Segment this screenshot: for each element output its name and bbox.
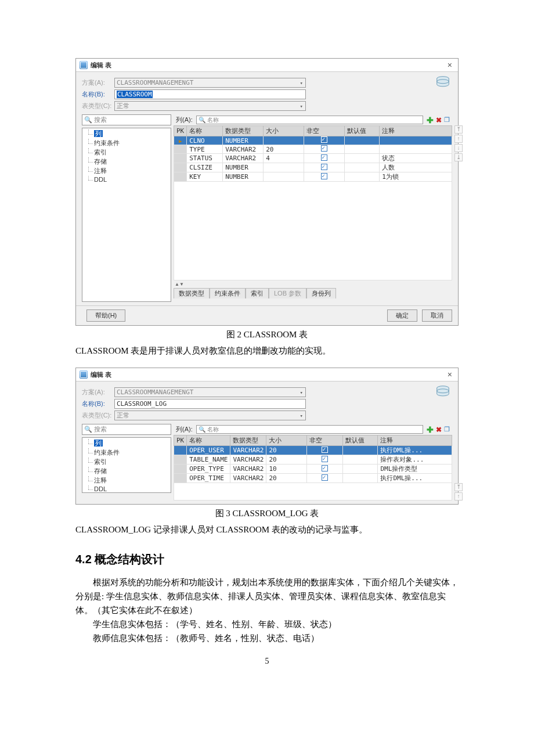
tree-item-ddl[interactable]: DDL <box>86 485 171 493</box>
dialog-title: 编辑 表 <box>91 61 445 70</box>
grid-empty-area <box>174 483 452 501</box>
table-row[interactable]: CLSIZENUMBER人数 <box>174 163 452 172</box>
name-input[interactable]: CLASSROOM <box>114 89 306 99</box>
tab-indexes[interactable]: 索引 <box>246 288 269 298</box>
notnull-checkbox[interactable] <box>321 145 327 152</box>
move-up-icon[interactable]: ↑ <box>454 492 463 501</box>
edit-table-dialog-2: 编辑 表 × 方案(A): CLASSROOMMANAGEMENGT 名称(B)… <box>75 368 459 505</box>
col-default: 默认值 <box>343 435 378 446</box>
ok-button[interactable]: 确定 <box>387 309 417 322</box>
table-row[interactable]: KEYNUMBER1为锁 <box>174 172 452 182</box>
tree-item-storage[interactable]: 存储 <box>86 157 171 167</box>
notnull-checkbox[interactable] <box>321 164 327 170</box>
tree-item-comments[interactable]: 注释 <box>86 167 171 176</box>
table-row[interactable]: TYPEVARCHAR220 <box>174 145 452 154</box>
tree-item-columns[interactable]: 列 <box>86 129 171 139</box>
col-default: 默认值 <box>345 126 380 136</box>
tab-constraints[interactable]: 约束条件 <box>210 288 246 298</box>
tabletype-select[interactable]: 正常 <box>114 411 306 420</box>
row-reorder-buttons: ⤒ ↑ ↓ ⤓ <box>454 125 463 161</box>
paragraph-2: 学生信息实体包括：（学号、姓名、性别、年龄、班级、状态） <box>75 617 459 631</box>
col-pk: PK <box>174 126 187 136</box>
category-tree[interactable]: 列 约束条件 索引 存储 注释 DDL <box>82 128 171 302</box>
dialog-title: 编辑 表 <box>91 370 445 379</box>
tab-datatype[interactable]: 数据类型 <box>174 288 210 298</box>
notnull-checkbox[interactable] <box>322 465 328 471</box>
table-row[interactable]: TABLE_NAMEVARCHAR220操作表对象... <box>174 455 452 465</box>
notnull-checkbox[interactable] <box>321 173 327 179</box>
app-icon <box>80 370 88 379</box>
tree-item-ddl[interactable]: DDL <box>86 176 171 183</box>
close-icon[interactable]: × <box>445 60 454 70</box>
tree-search-input[interactable]: 🔍 搜索 <box>82 424 171 435</box>
tabletype-label: 表类型(C): <box>82 411 114 420</box>
notnull-checkbox[interactable] <box>322 474 328 481</box>
section-heading: 4.2 概念结构设计 <box>75 552 459 567</box>
figure-caption-1: 图 2 CLASSROOM 表 <box>75 329 459 340</box>
columns-search-input[interactable]: 🔍 名称 <box>196 425 423 434</box>
col-notnull: 非空 <box>307 435 343 446</box>
table-row[interactable]: OPER_TIMEVARCHAR220执行DML操... <box>174 474 452 483</box>
copy-column-icon[interactable]: ❐ <box>444 116 450 124</box>
columns-label: 列(A): <box>176 116 193 124</box>
paragraph-1: 根据对系统的功能分析和功能设计，规划出本系统使用的数据库实体，下面介绍几个关键实… <box>75 575 459 617</box>
col-size: 大小 <box>266 435 307 446</box>
search-icon: 🔍 <box>84 116 92 124</box>
database-icon <box>435 385 451 399</box>
page-number: 5 <box>75 657 459 666</box>
delete-column-icon[interactable]: ✖ <box>436 426 442 434</box>
table-row[interactable]: OPER_TYPEVARCHAR210DML操作类型 <box>174 465 452 474</box>
tree-item-indexes[interactable]: 索引 <box>86 148 171 157</box>
name-label: 名称(B): <box>82 399 114 408</box>
cancel-button[interactable]: 取消 <box>422 309 452 322</box>
add-column-icon[interactable]: ✚ <box>427 117 434 124</box>
copy-column-icon[interactable]: ❐ <box>444 426 450 433</box>
paragraph-3: 教师信息实体包括：（教师号、姓名，性别、状态、电话） <box>75 631 459 645</box>
scheme-label: 方案(A): <box>82 78 114 87</box>
tab-identity[interactable]: 身份列 <box>306 288 336 298</box>
notnull-checkbox[interactable] <box>321 154 327 161</box>
table-row[interactable]: ▶CLNONUMBER <box>174 136 452 145</box>
notnull-checkbox[interactable] <box>322 447 328 453</box>
scheme-select[interactable]: CLASSROOMMANAGEMENGT <box>114 78 306 88</box>
name-input[interactable]: CLASSROOM_LOG <box>114 399 306 409</box>
category-tree[interactable]: 列 约束条件 索引 存储 注释 DDL <box>82 437 171 493</box>
tree-item-storage[interactable]: 存储 <box>86 467 171 476</box>
tabletype-select[interactable]: 正常 <box>114 101 306 111</box>
tree-item-columns[interactable]: 列 <box>86 439 171 448</box>
col-size: 大小 <box>264 126 304 136</box>
scheme-select[interactable]: CLASSROOMMANAGEMENGT <box>114 387 306 397</box>
body-text-2: CLASSROOM_LOG 记录排课人员对 CLASSROOM 表的改动的记录与… <box>75 523 459 537</box>
table-row[interactable]: OPER_USERVARCHAR220执行DML操... <box>174 446 452 455</box>
delete-column-icon[interactable]: ✖ <box>436 116 442 124</box>
table-row[interactable]: STATUSVARCHAR24状态 <box>174 154 452 163</box>
col-comment: 注释 <box>378 435 452 446</box>
figure-caption-2: 图 3 CLASSROOM_LOG 表 <box>75 508 459 519</box>
move-bottom-icon[interactable]: ⤓ <box>454 153 463 161</box>
columns-grid[interactable]: PK 名称 数据类型 大小 非空 默认值 注释 OPER_USERVARCHAR… <box>174 435 452 483</box>
close-icon[interactable]: × <box>445 370 454 379</box>
move-down-icon[interactable]: ↓ <box>454 144 463 152</box>
move-up-icon[interactable]: ↑ <box>454 135 463 143</box>
body-text-1: CLASSROOM 表是用于排课人员对教室信息的增删改功能的实现。 <box>75 344 459 358</box>
tree-item-comments[interactable]: 注释 <box>86 476 171 485</box>
database-icon <box>435 75 451 89</box>
edit-table-dialog-1: 编辑 表 × 方案(A): CLASSROOMMANAGEMENGT 名称(B)… <box>75 58 459 326</box>
tree-search-input[interactable]: 🔍 搜索 <box>82 114 171 125</box>
move-top-icon[interactable]: ⤒ <box>454 125 463 134</box>
columns-search-input[interactable]: 🔍 名称 <box>196 116 423 124</box>
columns-grid[interactable]: PK 名称 数据类型 大小 非空 默认值 注释 ▶CLNONUMBER TYPE… <box>174 125 452 182</box>
collapse-toggle-icon[interactable]: ▲▼ <box>175 282 452 287</box>
move-top-icon[interactable]: ⤒ <box>454 483 463 491</box>
dialog-titlebar: 编辑 表 × <box>76 59 458 72</box>
tree-item-constraints[interactable]: 约束条件 <box>86 139 171 148</box>
notnull-checkbox[interactable] <box>322 456 328 462</box>
col-comment: 注释 <box>380 126 452 136</box>
add-column-icon[interactable]: ✚ <box>427 426 434 433</box>
col-notnull: 非空 <box>304 126 345 136</box>
help-button[interactable]: 帮助(H) <box>86 309 125 322</box>
tree-item-constraints[interactable]: 约束条件 <box>86 448 171 458</box>
pk-icon: ▶ <box>179 138 182 144</box>
notnull-checkbox[interactable] <box>321 136 327 143</box>
tree-item-indexes[interactable]: 索引 <box>86 458 171 467</box>
